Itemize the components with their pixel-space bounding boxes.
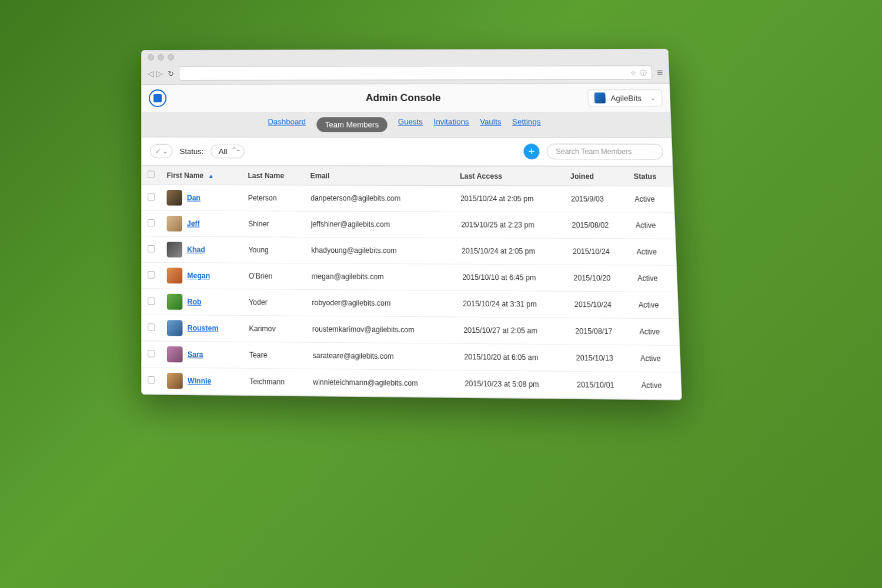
member-last-access: 2015/10/23 at 5:08 pm	[458, 370, 571, 399]
tabs-bar: Dashboard Team Members Guests Invitation…	[142, 112, 671, 138]
status-filter-select[interactable]: All	[211, 144, 245, 158]
account-name: AgileBits	[610, 93, 642, 102]
chevron-down-icon: ⌄	[162, 147, 168, 155]
search-input[interactable]	[546, 143, 663, 159]
avatar	[167, 216, 182, 232]
col-email[interactable]: Email	[304, 166, 454, 185]
member-last-name: O'Brien	[242, 263, 305, 289]
table-row: KhadYoungkhadyoung@agilebits.com2015/10/…	[142, 236, 676, 265]
bulk-select-toggle[interactable]: ✓ ⌄	[150, 144, 172, 158]
member-first-name-link[interactable]: Khad	[187, 245, 205, 254]
member-last-access: 2015/10/27 at 2:05 am	[457, 317, 569, 345]
member-status: Active	[630, 239, 676, 265]
member-last-name: Shiner	[242, 211, 305, 238]
tab-guests[interactable]: Guests	[398, 117, 423, 132]
tab-settings[interactable]: Settings	[512, 117, 541, 132]
member-email: khadyoung@agilebits.com	[305, 237, 456, 264]
tab-team-members[interactable]: Team Members	[316, 117, 387, 132]
avatar	[167, 373, 183, 389]
member-last-name: Teichmann	[243, 368, 307, 395]
window-maximize-icon[interactable]	[168, 54, 174, 61]
member-first-name-link[interactable]: Jeff	[187, 219, 200, 228]
member-last-name: Karimov	[243, 315, 306, 342]
chevron-down-icon: ⌄	[650, 94, 656, 102]
member-email: sarateare@agilebits.com	[306, 342, 458, 370]
col-first-name-label: First Name	[166, 171, 203, 179]
member-joined: 2015/10/20	[567, 265, 632, 292]
row-checkbox[interactable]	[148, 376, 155, 383]
bookmark-star-icon[interactable]: ☆	[630, 69, 636, 76]
member-joined: 2015/10/01	[570, 371, 636, 399]
app-header: Admin Console AgileBits ⌄	[142, 84, 670, 112]
sort-asc-icon: ▲	[208, 172, 214, 179]
member-joined: 2015/08/17	[569, 318, 634, 345]
member-first-name-link[interactable]: Sara	[188, 350, 203, 359]
member-last-access: 2015/10/24 at 2:05 pm	[454, 186, 565, 212]
tab-dashboard[interactable]: Dashboard	[268, 117, 306, 132]
member-status: Active	[634, 345, 681, 372]
member-email: winnieteichmann@agilebits.com	[306, 369, 459, 397]
member-first-name-link[interactable]: Megan	[187, 272, 210, 280]
member-first-name-link[interactable]: Winnie	[188, 377, 211, 386]
member-last-access: 2015/10/24 at 3:31 pm	[456, 290, 569, 318]
table-row: JeffShinerjeffshiner@agilebits.com2015/1…	[142, 211, 675, 239]
browser-menu-icon[interactable]: ≡	[657, 67, 663, 78]
row-checkbox[interactable]	[148, 323, 155, 331]
avatar	[167, 294, 183, 310]
account-switcher[interactable]: AgileBits ⌄	[588, 89, 663, 106]
table-row: DanPetersondanpeterson@agilebits.com2015…	[142, 185, 674, 212]
window-minimize-icon[interactable]	[158, 54, 164, 61]
member-last-access: 2015/10/20 at 6:05 am	[457, 343, 570, 371]
member-last-access: 2015/10/10 at 6:45 pm	[456, 264, 567, 291]
member-joined: 2015/10/24	[566, 238, 631, 265]
tab-invitations[interactable]: Invitations	[433, 117, 469, 132]
member-email: danpeterson@agilebits.com	[305, 185, 455, 212]
add-member-button[interactable]: +	[523, 143, 540, 159]
member-first-name-link[interactable]: Roustem	[188, 324, 219, 333]
member-email: jeffshiner@agilebits.com	[305, 211, 455, 238]
avatar	[167, 268, 183, 283]
row-checkbox[interactable]	[148, 271, 155, 278]
tab-vaults[interactable]: Vaults	[480, 117, 502, 132]
member-last-access: 2015/10/25 at 2:23 pm	[455, 212, 566, 238]
member-status: Active	[633, 318, 679, 345]
account-logo-icon	[594, 92, 606, 103]
member-joined: 2015/08/02	[565, 212, 630, 239]
member-status: Active	[629, 212, 676, 239]
avatar	[166, 190, 182, 206]
table-row: MeganO'Brienmegan@agilebits.com2015/10/1…	[142, 262, 677, 292]
browser-window: ◁ ▷ ↻ ☆ ⓘ ≡ Admin Console AgileBits ⌄ Da…	[141, 49, 682, 400]
col-status[interactable]: Status	[627, 166, 673, 186]
url-field[interactable]: ☆ ⓘ	[179, 65, 652, 81]
member-email: roustemkarimov@agilebits.com	[306, 316, 457, 343]
row-checkbox[interactable]	[148, 245, 155, 252]
back-icon[interactable]: ◁	[148, 69, 154, 78]
member-first-name-link[interactable]: Dan	[187, 193, 201, 202]
app-logo-icon[interactable]	[149, 89, 166, 107]
member-joined: 2015/10/13	[569, 345, 634, 372]
row-checkbox[interactable]	[148, 349, 155, 357]
row-checkbox[interactable]	[148, 193, 155, 201]
window-controls	[142, 49, 669, 64]
col-last-access[interactable]: Last Access	[453, 166, 564, 186]
browser-chrome: ◁ ▷ ↻ ☆ ⓘ ≡	[142, 49, 669, 85]
table-header-row: First Name ▲ Last Name Email Last Access…	[142, 166, 673, 186]
select-all-checkbox[interactable]	[148, 171, 155, 178]
member-last-name: Yoder	[243, 289, 306, 316]
col-first-name[interactable]: First Name ▲	[161, 166, 242, 185]
member-first-name-link[interactable]: Rob	[188, 298, 202, 306]
avatar	[167, 346, 183, 362]
reload-icon[interactable]: ↻	[168, 69, 174, 78]
forward-icon[interactable]: ▷	[156, 69, 163, 78]
window-close-icon[interactable]	[148, 54, 154, 61]
row-checkbox[interactable]	[148, 297, 155, 305]
member-status: Active	[631, 265, 677, 292]
col-joined[interactable]: Joined	[564, 166, 628, 186]
address-bar: ◁ ▷ ↻ ☆ ⓘ ≡	[142, 63, 669, 84]
row-checkbox[interactable]	[148, 219, 155, 226]
avatar	[167, 320, 183, 336]
info-icon[interactable]: ⓘ	[640, 68, 647, 77]
member-joined: 2015/9/03	[564, 186, 629, 212]
col-last-name[interactable]: Last Name	[242, 166, 305, 185]
member-last-name: Peterson	[242, 185, 305, 211]
